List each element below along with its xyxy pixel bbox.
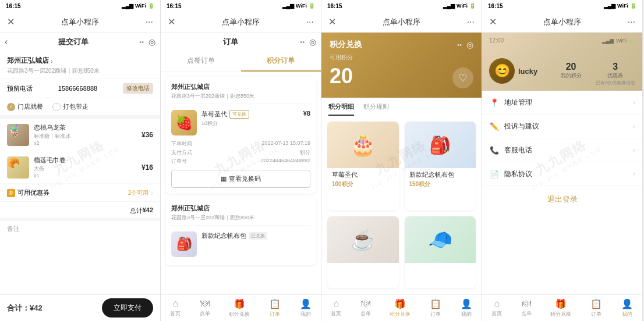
menu-label-address: 地址管理 — [504, 98, 633, 108]
mini-title-4: 点单小程序 — [543, 17, 581, 27]
bottom-nav-3: ⌂ 首页 🍽 点单 🎁 积分兑换 📋 订单 👤 我的 — [321, 294, 482, 321]
pts-item-cup[interactable]: ☕ — [327, 216, 399, 288]
close-icon-2[interactable]: ✕ — [168, 16, 175, 27]
menu-item-privacy[interactable]: 📄 隐私协议 › — [482, 162, 642, 186]
more-icon-3[interactable]: ··· — [467, 17, 475, 27]
chevron-address-icon: › — [633, 98, 635, 106]
dots-icon-3: •• — [457, 41, 462, 48]
nav-home-4[interactable]: ⌂ 首页 — [491, 298, 502, 318]
menu-item-feedback[interactable]: ✏️ 投诉与建议 › — [482, 115, 642, 138]
pay-button[interactable]: 立即支付 — [102, 298, 153, 318]
chevron-privacy-icon: › — [633, 170, 635, 178]
my-stats: 20 我的积分 3 优惠券已有3张优惠券信息 — [561, 62, 642, 86]
nav-orders-2[interactable]: 📋 订单 — [269, 298, 281, 318]
badge-redeemed: 已兑换 — [249, 232, 267, 240]
view-code-button[interactable]: ▦ 查看兑换码 — [171, 170, 310, 188]
status-icons-1: ▂▄▆ WiFi 🔋 — [122, 3, 154, 9]
dine-takeout[interactable]: 打包带走 — [52, 102, 89, 111]
bottom-nav-2: ⌂ 首页 🍽 点单 🎁 积分兑换 📋 订单 👤 我的 — [161, 294, 321, 321]
nav-home-3[interactable]: ⌂ 首页 — [331, 298, 341, 318]
food-icon-4: 🍽 — [522, 298, 531, 309]
tab-pts-order[interactable]: 积分订单 — [241, 51, 321, 72]
close-icon-1[interactable]: ✕ — [7, 16, 15, 27]
time-4: 16:15 — [488, 3, 503, 9]
close-icon-4[interactable]: ✕ — [489, 16, 497, 27]
menu-item-support[interactable]: 📞 客服电话 › — [482, 138, 642, 162]
orders-icon-2: 📋 — [269, 298, 281, 309]
more-icon-1[interactable]: ··· — [146, 17, 153, 27]
page-title-1: 提交订单 — [12, 37, 135, 47]
available-label: 可用积分 — [330, 54, 473, 62]
nav-mine-2[interactable]: 👤 我的 — [300, 298, 312, 318]
logout-button[interactable]: 退出登录 — [482, 186, 642, 213]
chevron-right-icon: › — [51, 58, 53, 65]
panel-order: 16:15 ▂▄▆ WiFi 🔋 ✕ 点单小程序 ··· 订单 •• ◎ 点餐订… — [161, 0, 321, 321]
tab-food-order[interactable]: 点餐订单 — [161, 51, 241, 72]
status-icons-3: ▂▄▆ WiFi 🔋 — [443, 3, 476, 9]
pts-header: 积分兑换 •• ◎ 可用积分 20 ♡ — [321, 33, 482, 98]
total-value: ¥42 — [143, 206, 153, 215]
tab-pts-detail[interactable]: 积分明细 — [328, 102, 354, 116]
phone-row: 预留电话 15866668888 修改电话 — [0, 79, 160, 98]
pts-item-hat[interactable]: 🧢 — [405, 216, 476, 288]
pts-item-cake[interactable]: 🎂 草莓圣代 100积分 — [327, 122, 399, 211]
nav-pts-3[interactable]: 🎁 积分兑换 — [390, 298, 411, 318]
tab-pts-rules[interactable]: 积分规则 — [363, 102, 389, 116]
chevron-support-icon: › — [633, 146, 635, 154]
username: lucky — [518, 67, 537, 76]
address-icon: 📍 — [489, 97, 500, 108]
top-bar-1: ✕ 点单小程序 ··· — [0, 12, 160, 33]
time-1: 16:15 — [6, 3, 21, 9]
dine-instore[interactable]: 门店就餐 — [7, 102, 43, 111]
mine-icon-4: 👤 — [621, 298, 633, 309]
nav-orders-4[interactable]: 📋 订单 — [590, 298, 602, 318]
total-section: 总计 ¥42 — [0, 202, 160, 217]
nav-pts-4[interactable]: 🎁 积分兑换 — [550, 298, 571, 318]
time-2: 16:15 — [167, 3, 182, 9]
nav-bar-2: 订单 •• ◎ — [161, 33, 321, 51]
nav-mine-4[interactable]: 👤 我的 — [621, 298, 633, 318]
menu-item-address[interactable]: 📍 地址管理 › — [482, 91, 642, 115]
pts-icon-3: 🎁 — [394, 298, 406, 309]
pts-item-img-cup: ☕ — [327, 216, 399, 263]
remark-section: 备注 — [0, 217, 160, 237]
item-img-tea: 🧋 — [7, 124, 29, 146]
target-icon-2: ◎ — [309, 37, 316, 47]
nav-pts-2[interactable]: 🎁 积分兑换 — [229, 298, 250, 318]
status-icons-4: ▂▄▆ WiFi 🔋 — [604, 3, 636, 9]
coupon-arrow-icon: › — [151, 190, 153, 197]
back-icon-1[interactable]: ‹ — [5, 37, 8, 47]
nav-mine-3[interactable]: 👤 我的 — [461, 298, 472, 318]
order-card-1: 郑州正弘城店 花园路3号一层202商铺｜距您850米 🍓 草莓圣代 可兑换 10… — [165, 77, 316, 194]
my-header: 12:00 ▂▄▆WiFi🔋 😊 lucky 20 我的积分 3 优惠券已有3张… — [482, 33, 642, 91]
close-icon-3[interactable]: ✕ — [328, 16, 336, 27]
pts-grid: 🎂 草莓圣代 100积分 🎒 新款纪念帆布包 150积分 ☕ 🧢 — [321, 116, 482, 294]
orders-icon-3: 📋 — [430, 298, 441, 309]
edit-phone-button[interactable]: 修改电话 — [123, 83, 153, 94]
more-icon-2[interactable]: ··· — [306, 17, 314, 27]
mini-title-1: 点单小程序 — [61, 17, 99, 27]
item-img-roll: 🥐 — [7, 156, 29, 179]
nav-order-food-2[interactable]: 🍽 点单 — [200, 298, 210, 318]
feedback-icon: ✏️ — [489, 121, 500, 131]
support-icon: 📞 — [489, 145, 500, 155]
item-price-roll: ¥16 — [141, 163, 153, 172]
order-item-price-1: ¥8 — [303, 110, 310, 117]
item-count-roll: x1 — [34, 173, 137, 179]
order-store-addr-1: 花园路3号一层202商铺｜距您850米 — [171, 92, 310, 100]
more-icon-4[interactable]: ··· — [628, 17, 635, 27]
dine-row: 门店就餐 打包带走 — [0, 98, 160, 119]
nav-order-food-3[interactable]: 🍽 点单 — [360, 298, 371, 318]
store-name-1[interactable]: 郑州正弘城店 › — [7, 56, 153, 66]
nav-order-food-4[interactable]: 🍽 点单 — [521, 298, 532, 318]
mine-icon-2: 👤 — [300, 298, 312, 309]
nav-orders-3[interactable]: 📋 订单 — [430, 298, 441, 318]
pts-value: 20 — [330, 64, 353, 88]
pts-item-gift[interactable]: 🎒 新款纪念帆布包 150积分 — [405, 122, 476, 211]
status-bar-3: 16:15 ▂▄▆ WiFi 🔋 — [321, 0, 482, 12]
order-card-2: 郑州正弘城店 花园路3号一层202商铺｜距您850米 🎒 新款纪念帆布包 已兑换 — [165, 198, 316, 265]
total-row: 总计 ¥42 — [7, 206, 153, 215]
coupon-row[interactable]: 券 可用优惠券 2个可用 › — [0, 184, 160, 202]
nav-home-2[interactable]: ⌂ 首页 — [170, 298, 181, 318]
target-icon-3: ◎ — [466, 40, 473, 49]
